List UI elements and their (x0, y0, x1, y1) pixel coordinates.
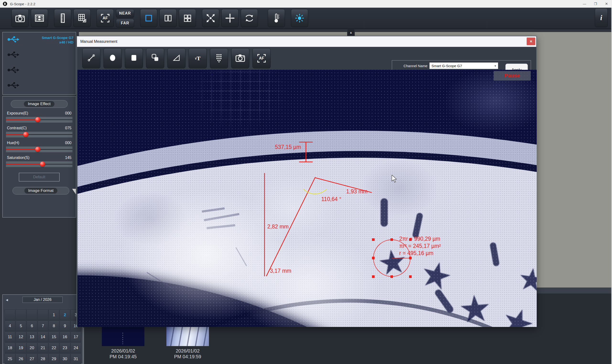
camera-icon (235, 53, 246, 64)
mouse-cursor (391, 175, 398, 183)
dialog-titlebar[interactable]: Manual Measurement ✕ (77, 36, 536, 47)
quad-view-button[interactable] (179, 9, 196, 27)
window-minimize-button[interactable]: — (579, 0, 590, 8)
selection-handle[interactable] (391, 238, 393, 241)
calendar-day-cell[interactable]: 26 (15, 353, 26, 364)
near-button[interactable]: NEAR (116, 9, 134, 18)
rectangle-tool-button[interactable] (125, 48, 143, 68)
exposure-slider[interactable] (6, 117, 72, 123)
single-view-button[interactable] (140, 9, 157, 27)
calendar-day-cell[interactable]: 14 (38, 331, 48, 342)
fullscreen-button[interactable] (202, 9, 219, 27)
crosshair-button[interactable] (221, 9, 239, 27)
info-button[interactable]: i (595, 8, 608, 27)
calendar-day-cell[interactable]: 18 (5, 342, 15, 353)
calendar-day-cell[interactable]: 16 (60, 331, 70, 342)
window-maximize-button[interactable]: ❐ (590, 0, 601, 8)
calendar-day-cell[interactable]: 13 (26, 331, 37, 342)
hue-value: 000 (65, 141, 71, 145)
calendar-day-cell[interactable]: 28 (38, 353, 48, 364)
calendar-day-cell[interactable]: 24 (71, 342, 81, 353)
calendar-prev-button[interactable]: ◄ (3, 298, 11, 302)
calendar-day-cell[interactable]: 31 (71, 353, 81, 364)
calendar-day-cell[interactable]: 21 (38, 342, 48, 353)
contrast-slider-handle[interactable] (23, 132, 28, 137)
saturation-slider[interactable] (6, 161, 72, 167)
calendar-day-cell[interactable]: 23 (60, 342, 70, 353)
hue-slider-handle[interactable] (35, 147, 40, 152)
calendar-day-cell[interactable]: 8 (49, 321, 59, 331)
calendar-day-cell[interactable]: 9 (60, 321, 70, 331)
calendar-day-cell[interactable]: 20 (26, 342, 37, 353)
selection-handle[interactable] (409, 275, 412, 278)
pause-button[interactable]: Pause (494, 71, 531, 80)
image-format-button[interactable]: Image Format (13, 187, 69, 195)
rotate-button[interactable] (241, 9, 258, 27)
measure-ibeam-line[interactable] (306, 142, 306, 162)
calendar-day-cell[interactable]: 2 (60, 310, 70, 320)
calendar-day-cell[interactable]: 15 (49, 331, 59, 342)
calendar-day-cell[interactable]: 29 (49, 353, 59, 364)
device-item-empty[interactable] (3, 48, 76, 63)
calendar-day-cell[interactable]: 22 (49, 342, 59, 353)
saturation-slider-handle[interactable] (40, 162, 45, 167)
device-item-empty[interactable] (3, 78, 76, 93)
calendar-day-cell[interactable]: 11 (5, 331, 15, 342)
calendar-day-cell[interactable]: 6 (26, 321, 37, 331)
calendar-day-cell[interactable]: 12 (15, 331, 26, 342)
contrast-slider[interactable] (6, 132, 72, 137)
selection-handle[interactable] (372, 275, 375, 278)
capture-button[interactable] (12, 9, 29, 27)
calendar-day-cell[interactable]: 4 (5, 321, 15, 331)
led-light-button[interactable] (291, 9, 308, 27)
hue-slider[interactable] (6, 146, 72, 152)
channel-name-select[interactable]: Smart G-Scope G7 ▾ (429, 62, 498, 69)
dual-view-button[interactable] (159, 9, 177, 27)
measure-label-ibeam: 537,15 µm (275, 144, 301, 150)
angle-tool-button[interactable] (167, 48, 185, 68)
calendar-day-cell[interactable]: 17 (71, 331, 81, 342)
device-item-active[interactable]: Smart G-Scope G7 x40 / HD (3, 32, 76, 48)
calendar-day-cell[interactable]: 1 (49, 310, 59, 320)
dialog-autofocus-button[interactable]: AF (252, 48, 271, 68)
multi-shape-tool-button[interactable] (146, 48, 164, 68)
af-label: AF (259, 56, 264, 61)
far-button[interactable]: FAR (116, 19, 134, 27)
calendar-day-cell[interactable]: 25 (5, 353, 15, 364)
line-tool-button[interactable] (82, 48, 100, 68)
ruler-button[interactable] (54, 9, 71, 27)
microscope-image-view[interactable]: ★ ★ ★ ★ ★ 537,15 µm 2,82 mm 3,17 mm 1,93… (78, 70, 537, 327)
calendar-day-cell[interactable]: 30 (60, 353, 70, 364)
calendar-day-cell[interactable]: 19 (15, 342, 26, 353)
calendar-day-cell (38, 310, 48, 320)
exposure-slider-handle[interactable] (35, 117, 40, 122)
grid-ruler-icon (77, 13, 87, 23)
default-button[interactable]: Default (19, 173, 60, 182)
selection-handle[interactable] (372, 257, 375, 259)
text-tool-button[interactable]: тT (189, 48, 207, 68)
measure-vertical-line[interactable] (264, 173, 265, 276)
snapshot-button[interactable] (231, 48, 249, 68)
autofocus-button[interactable]: AF (97, 9, 114, 27)
selection-handle[interactable] (372, 238, 375, 241)
ellipse-tool-button[interactable] (104, 48, 122, 68)
temperature-button[interactable] (268, 9, 285, 27)
circle-area-label: πr² = 245,17 µm² (399, 242, 441, 249)
image-effect-button[interactable]: Image Effect (11, 100, 68, 108)
measure-label-segment: 1,93 mm (346, 188, 367, 195)
selection-handle[interactable] (391, 275, 393, 278)
manual-measurement-dialog: Manual Measurement ✕ (77, 36, 537, 327)
calendar-day-cell[interactable]: 5 (15, 321, 26, 331)
image-format-grip-icon (72, 189, 76, 195)
calendar-day-cell[interactable]: 27 (26, 353, 37, 364)
calendar-day-cell[interactable]: 7 (38, 321, 48, 331)
window-close-button[interactable]: ✕ (601, 0, 612, 8)
record-video-button[interactable] (31, 9, 48, 27)
grid-points-tool-button[interactable] (210, 48, 228, 68)
device-item-empty[interactable] (3, 63, 76, 78)
selection-handle[interactable] (409, 257, 412, 259)
grid-measure-button[interactable] (73, 9, 91, 27)
dialog-close-button[interactable]: ✕ (527, 38, 535, 45)
calendar-month-label[interactable]: Jan / 2026 (23, 297, 63, 303)
collapse-panel-button[interactable]: ▲ (347, 29, 355, 36)
